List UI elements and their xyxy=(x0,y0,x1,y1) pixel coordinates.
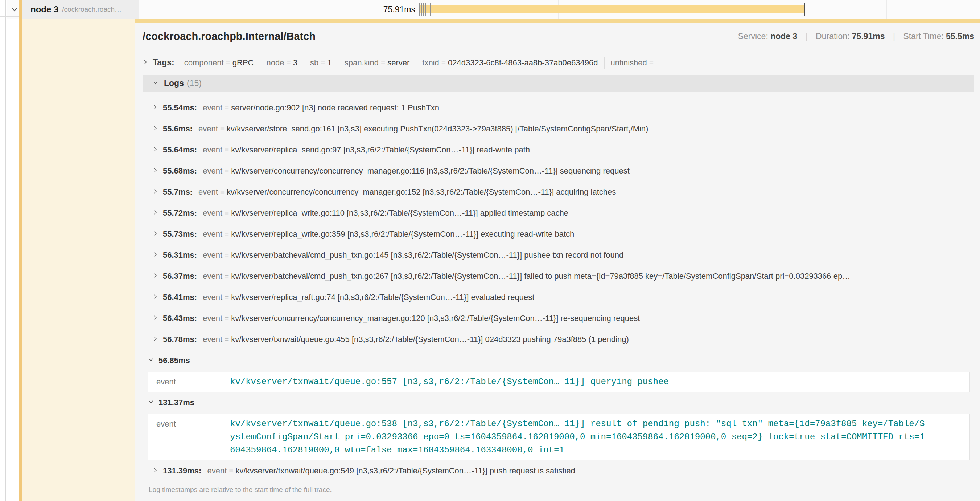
logs-title: Logs xyxy=(164,78,184,88)
log-timestamp: 55.73ms: xyxy=(163,230,197,239)
timeline-span-row[interactable]: node 3 /cockroach.roach… 75.91ms xyxy=(7,0,980,19)
equals-sign: = xyxy=(227,466,235,475)
log-row[interactable]: 56.37ms:event=kv/kvserver/batcheval/cmd_… xyxy=(143,266,974,287)
log-row[interactable]: 55.73ms:event=kv/kvserver/replica_write.… xyxy=(143,223,974,245)
chevron-right-icon xyxy=(152,230,158,239)
selected-row-highlight xyxy=(22,19,135,501)
log-row[interactable]: 55.64ms:event=kv/kvserver/replica_send.g… xyxy=(143,139,974,161)
chevron-right-icon xyxy=(152,466,158,475)
equals-sign: = xyxy=(224,59,232,67)
log-message: kv/kvserver/batcheval/cmd_push_txn.go:26… xyxy=(231,271,850,281)
equals-sign: = xyxy=(647,59,656,67)
equals-sign: = xyxy=(222,251,231,260)
logs-footer-note: Log timestamps are relative to the start… xyxy=(143,483,974,500)
equals-sign: = xyxy=(222,314,231,323)
logs-count: (15) xyxy=(187,78,202,88)
equals-sign: = xyxy=(439,59,448,67)
expanded-log-header[interactable]: 56.85ms xyxy=(143,353,974,368)
log-field: event xyxy=(203,250,222,260)
tag-key: unfinished xyxy=(611,58,647,67)
log-message: kv/kvserver/concurrency/concurrency_mana… xyxy=(227,187,616,197)
equals-sign: = xyxy=(222,145,231,154)
log-detail-table: event kv/kvserver/txnwait/queue.go:557 [… xyxy=(148,372,970,392)
chevron-right-icon xyxy=(152,335,158,344)
log-value: kv/kvserver/txnwait/queue.go:557 [n3,s3,… xyxy=(230,372,669,392)
equals-sign: = xyxy=(218,124,227,133)
log-message: kv/kvserver/concurrency/concurrency_mana… xyxy=(231,314,640,323)
log-row[interactable]: 55.72ms:event=kv/kvserver/replica_write.… xyxy=(143,203,974,223)
start-time-value: 55.5ms xyxy=(946,32,974,41)
log-row[interactable]: 55.54ms:event=server/node.go:902 [n3] no… xyxy=(143,97,974,118)
chevron-right-icon xyxy=(152,314,158,323)
logs-list: 55.54ms:event=server/node.go:902 [n3] no… xyxy=(143,92,974,500)
expanded-log-header[interactable]: 131.37ms xyxy=(143,395,974,410)
span-detail-panel: /cockroach.roachpb.Internal/Batch Servic… xyxy=(135,19,980,501)
log-field: event xyxy=(207,466,227,475)
log-field: event xyxy=(203,293,222,302)
log-timestamp: 56.43ms: xyxy=(163,314,197,323)
log-message: kv/kvserver/replica_write.go:110 [n3,s3,… xyxy=(231,208,568,218)
log-field: event xyxy=(203,314,222,323)
log-field: event xyxy=(203,166,222,176)
span-detail-header: /cockroach.roachpb.Internal/Batch Servic… xyxy=(143,22,974,50)
duration-value: 75.91ms xyxy=(852,32,885,41)
chevron-right-icon xyxy=(152,293,158,302)
equals-sign: = xyxy=(284,59,293,67)
span-meta: Service: node 3 | Duration: 75.91ms | St… xyxy=(738,32,974,41)
chevron-right-icon xyxy=(152,271,158,281)
log-row[interactable]: 55.6ms:event=kv/kvserver/store_send.go:1… xyxy=(143,118,974,139)
log-row[interactable]: 56.78ms:event=kv/kvserver/txnwait/queue.… xyxy=(143,329,974,350)
log-field: event xyxy=(203,230,222,239)
equals-sign: = xyxy=(218,188,227,196)
log-field: event xyxy=(203,145,222,155)
span-bar[interactable] xyxy=(419,5,805,13)
chevron-down-icon xyxy=(148,399,154,406)
log-timestamp: 55.72ms: xyxy=(163,208,197,218)
log-row[interactable]: 55.7ms:event=kv/kvserver/concurrency/con… xyxy=(143,182,974,203)
chevron-right-icon xyxy=(152,145,158,155)
row-boundary-line xyxy=(0,16,19,17)
log-marker-tick xyxy=(419,3,420,16)
tag-key: span.kind xyxy=(345,58,379,67)
log-field: event xyxy=(203,208,222,218)
equals-sign: = xyxy=(222,335,231,344)
chevron-down-icon xyxy=(152,80,159,87)
log-message: kv/kvserver/replica_raft.go:74 [n3,s3,r6… xyxy=(231,293,534,302)
meta-separator: | xyxy=(893,32,895,41)
log-field: event xyxy=(198,187,218,197)
span-name-tab[interactable]: node 3 /cockroach.roach… xyxy=(22,0,139,19)
span-operation-name: /cockroach.roach… xyxy=(62,5,121,13)
chevron-right-icon xyxy=(152,187,158,197)
chevron-right-icon xyxy=(152,208,158,218)
log-row[interactable]: 131.39ms:event=kv/kvserver/txnwait/queue… xyxy=(143,460,974,482)
chevron-down-icon[interactable] xyxy=(11,6,18,14)
log-message: server/node.go:902 [n3] node received re… xyxy=(231,103,439,113)
tags-row[interactable]: Tags: component=gRPC node=3 sb=1 span.ki… xyxy=(143,51,974,75)
log-row[interactable]: 56.43ms:event=kv/kvserver/concurrency/co… xyxy=(143,308,974,329)
log-field: event xyxy=(203,271,222,281)
log-message: kv/kvserver/store_send.go:161 [n3,s3] ex… xyxy=(227,124,648,134)
log-marker-tick xyxy=(425,3,426,16)
tag-value: 1 xyxy=(327,58,331,67)
log-timestamp: 131.37ms xyxy=(159,398,194,407)
log-detail-table: event kv/kvserver/txnwait/queue.go:538 [… xyxy=(148,414,970,460)
log-row[interactable]: 55.68ms:event=kv/kvserver/concurrency/co… xyxy=(143,161,974,182)
log-field: event xyxy=(198,124,218,134)
log-timestamp: 131.39ms: xyxy=(163,466,201,475)
left-gutter xyxy=(0,0,6,501)
tag-value: gRPC xyxy=(232,58,254,67)
tags-label: Tags: xyxy=(153,58,175,67)
chevron-right-icon xyxy=(152,250,158,260)
log-timestamp: 55.7ms: xyxy=(163,187,192,197)
duration-label: Duration: xyxy=(816,32,850,41)
log-timestamp: 56.37ms: xyxy=(163,271,197,281)
log-row[interactable]: 56.41ms:event=kv/kvserver/replica_raft.g… xyxy=(143,287,974,308)
tag-key: txnid xyxy=(422,58,439,67)
equals-sign: = xyxy=(222,104,231,112)
logs-section-header[interactable]: Logs (15) xyxy=(143,75,974,92)
log-timestamp: 55.68ms: xyxy=(163,166,197,176)
tag-item: node=3 xyxy=(260,57,303,69)
tag-item: sb=1 xyxy=(304,57,338,69)
log-message: kv/kvserver/txnwait/queue.go:455 [n3,s3,… xyxy=(231,335,629,344)
log-row[interactable]: 56.31ms:event=kv/kvserver/batcheval/cmd_… xyxy=(143,245,974,266)
